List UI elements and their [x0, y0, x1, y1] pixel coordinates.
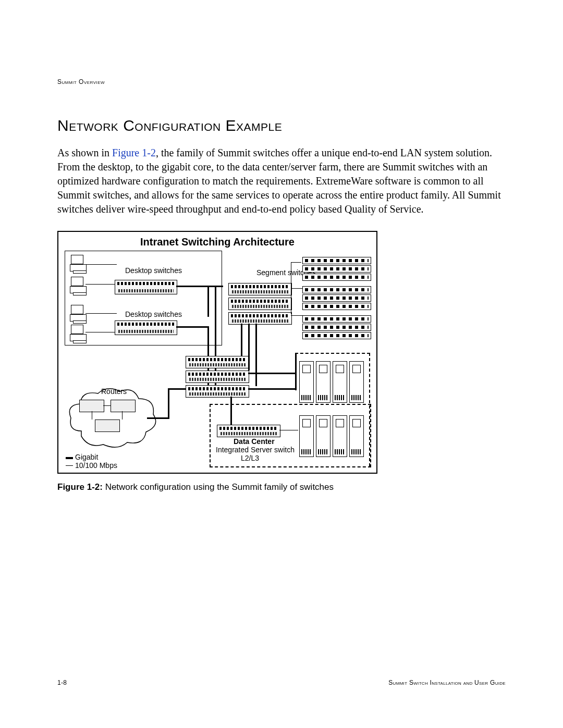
- section-heading: Network Configuration Example: [57, 117, 506, 134]
- gigabit-link: [241, 324, 242, 356]
- rack-icon: [302, 257, 371, 264]
- label-datacenter-title: Data Center: [234, 437, 275, 446]
- router-icon: [95, 419, 120, 432]
- rack-icon: [302, 324, 371, 331]
- label-desktop-switches-2: Desktop switches: [125, 310, 182, 318]
- server-icon: [349, 361, 364, 403]
- server-icon: [316, 415, 331, 457]
- server-icon: [299, 415, 314, 457]
- link-line: [291, 315, 303, 316]
- server-icon: [299, 361, 314, 403]
- pc-icon: [70, 255, 88, 273]
- core-switch-icon: [186, 371, 249, 383]
- server-icon: [349, 415, 364, 457]
- segment-switch-icon: [228, 283, 292, 295]
- link-line: [291, 262, 301, 263]
- desktop-switch-icon: [115, 320, 177, 335]
- server-icon: [316, 361, 331, 403]
- pc-icon: [70, 277, 88, 294]
- page-number: 1-8: [57, 679, 67, 686]
- gigabit-link: [248, 324, 250, 371]
- link-line: [291, 288, 303, 289]
- pc-icon: [70, 325, 88, 342]
- link-line: [85, 284, 117, 285]
- rack-icon: [302, 274, 371, 281]
- router-icon: [79, 400, 104, 412]
- rack-icon: [302, 265, 371, 273]
- rack-icon: [302, 286, 371, 293]
- legend-swatch-gigabit: [66, 457, 73, 459]
- intro-paragraph: As shown in Figure 1-2, the family of Su…: [57, 146, 506, 216]
- link-line: [122, 411, 123, 419]
- label-datacenter-sub1: Integrated Server switch: [216, 446, 295, 454]
- server-icon: [333, 361, 347, 403]
- figure-reference-link[interactable]: Figure 1-2: [112, 147, 156, 158]
- rack-icon: [302, 315, 371, 323]
- gigabit-link: [168, 388, 169, 419]
- desktop-switch-icon: [115, 280, 177, 294]
- datacenter-switch-icon: [217, 425, 280, 437]
- figure-caption: Figure 1-2: Network configuration using …: [57, 482, 506, 492]
- legend-label-10-100: 10/100 Mbps: [75, 461, 117, 470]
- core-switch-icon: [186, 356, 249, 368]
- router-icon: [111, 400, 136, 412]
- link-line: [85, 313, 117, 314]
- label-desktop-switches-1: Desktop switches: [125, 266, 182, 275]
- gigabit-link: [147, 417, 168, 419]
- gigabit-link: [255, 324, 257, 386]
- label-routers: Routers: [101, 387, 127, 396]
- legend-swatch-10-100: [66, 465, 73, 466]
- footer-title: Summit Switch Installation and User Guid…: [388, 679, 506, 686]
- segment-switch-icon: [228, 298, 292, 310]
- gigabit-link: [176, 326, 207, 328]
- gigabit-link: [168, 388, 186, 390]
- gigabit-link: [207, 286, 209, 317]
- rack-icon: [302, 294, 371, 302]
- running-header: Summit Overview: [57, 78, 506, 85]
- figure-title: Intranet Switching Architecture: [58, 232, 376, 248]
- caption-number: Figure 1-2:: [57, 482, 103, 492]
- link-line: [279, 430, 298, 430]
- server-icon: [333, 415, 347, 457]
- link-line: [85, 264, 117, 265]
- core-switch-icon: [186, 385, 249, 398]
- link-line: [103, 405, 111, 406]
- para-lead: As shown in: [57, 147, 112, 158]
- link-line: [92, 411, 92, 419]
- pc-icon: [70, 305, 88, 323]
- gigabit-link: [248, 373, 295, 374]
- legend-label-gigabit: Gigabit: [75, 453, 98, 461]
- rack-icon: [302, 332, 371, 339]
- label-datacenter-sub2: L2/L3: [241, 454, 259, 462]
- figure-diagram: Intranet Switching Architecture Desktop …: [57, 231, 377, 474]
- rack-icon: [302, 303, 371, 310]
- caption-text: Network configuration using the Summit f…: [103, 482, 334, 492]
- gigabit-link: [248, 388, 295, 390]
- link-line: [85, 332, 117, 332]
- segment-switch-icon: [228, 312, 292, 325]
